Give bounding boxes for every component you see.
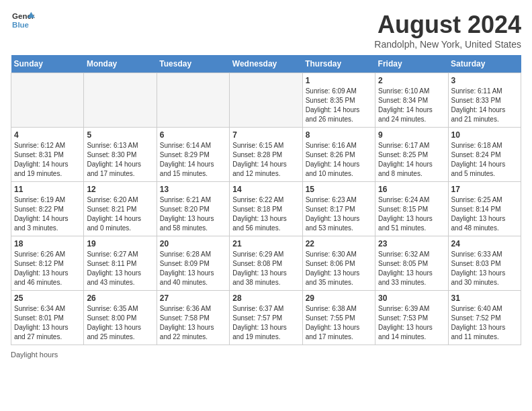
day-number: 29: [306, 293, 372, 303]
day-cell: 26Sunrise: 6:35 AMSunset: 8:00 PMDayligh…: [84, 291, 157, 345]
day-cell: 12Sunrise: 6:20 AMSunset: 8:21 PMDayligh…: [84, 182, 157, 236]
svg-text:Blue: Blue: [12, 21, 29, 29]
day-cell: 24Sunrise: 6:33 AMSunset: 8:03 PMDayligh…: [448, 236, 521, 291]
day-cell: 7Sunrise: 6:15 AMSunset: 8:28 PMDaylight…: [230, 128, 302, 182]
day-number: 24: [451, 239, 518, 248]
day-cell: 18Sunrise: 6:26 AMSunset: 8:12 PMDayligh…: [11, 236, 84, 291]
day-number: 13: [160, 185, 226, 194]
day-cell: 9Sunrise: 6:17 AMSunset: 8:25 PMDaylight…: [375, 128, 448, 182]
day-number: 15: [306, 185, 372, 194]
day-number: 6: [160, 130, 226, 140]
day-number: 11: [14, 185, 81, 194]
day-cell: [157, 73, 229, 128]
day-number: 2: [378, 76, 445, 85]
month-title: August 2024: [374, 11, 521, 39]
day-cell: 4Sunrise: 6:12 AMSunset: 8:31 PMDaylight…: [11, 128, 84, 182]
day-number: 5: [87, 130, 153, 140]
col-header-monday: Monday: [84, 55, 157, 73]
day-info: Sunrise: 6:29 AMSunset: 8:08 PMDaylight:…: [232, 250, 299, 287]
day-info: Sunrise: 6:23 AMSunset: 8:17 PMDaylight:…: [306, 195, 372, 233]
day-info: Sunrise: 6:09 AMSunset: 8:35 PMDaylight:…: [306, 87, 372, 124]
day-cell: 13Sunrise: 6:21 AMSunset: 8:20 PMDayligh…: [157, 182, 229, 236]
day-number: 23: [378, 239, 445, 248]
day-cell: 16Sunrise: 6:24 AMSunset: 8:15 PMDayligh…: [375, 182, 448, 236]
day-info: Sunrise: 6:15 AMSunset: 8:28 PMDaylight:…: [232, 141, 299, 179]
calendar-table: SundayMondayTuesdayWednesdayThursdayFrid…: [11, 55, 521, 345]
footer: Daylight hours: [11, 351, 521, 359]
day-cell: 8Sunrise: 6:16 AMSunset: 8:26 PMDaylight…: [302, 128, 375, 182]
week-row-2: 4Sunrise: 6:12 AMSunset: 8:31 PMDaylight…: [11, 128, 521, 182]
day-number: 17: [451, 185, 518, 194]
day-info: Sunrise: 6:24 AMSunset: 8:15 PMDaylight:…: [378, 195, 445, 233]
day-cell: [11, 73, 84, 128]
day-number: 1: [306, 76, 372, 85]
day-cell: 22Sunrise: 6:30 AMSunset: 8:06 PMDayligh…: [302, 236, 375, 291]
day-info: Sunrise: 6:18 AMSunset: 8:24 PMDaylight:…: [451, 141, 518, 179]
day-cell: 17Sunrise: 6:25 AMSunset: 8:14 PMDayligh…: [448, 182, 521, 236]
day-info: Sunrise: 6:33 AMSunset: 8:03 PMDaylight:…: [451, 250, 518, 287]
day-info: Sunrise: 6:26 AMSunset: 8:12 PMDaylight:…: [14, 250, 81, 287]
day-cell: 5Sunrise: 6:13 AMSunset: 8:30 PMDaylight…: [84, 128, 157, 182]
day-info: Sunrise: 6:14 AMSunset: 8:29 PMDaylight:…: [160, 141, 226, 179]
day-info: Sunrise: 6:21 AMSunset: 8:20 PMDaylight:…: [160, 195, 226, 233]
day-info: Sunrise: 6:30 AMSunset: 8:06 PMDaylight:…: [306, 250, 372, 287]
day-cell: 20Sunrise: 6:28 AMSunset: 8:09 PMDayligh…: [157, 236, 229, 291]
day-cell: 14Sunrise: 6:22 AMSunset: 8:18 PMDayligh…: [230, 182, 302, 236]
col-header-sunday: Sunday: [11, 55, 84, 73]
day-info: Sunrise: 6:12 AMSunset: 8:31 PMDaylight:…: [14, 141, 81, 179]
day-cell: 23Sunrise: 6:32 AMSunset: 8:05 PMDayligh…: [375, 236, 448, 291]
day-cell: 28Sunrise: 6:37 AMSunset: 7:57 PMDayligh…: [230, 291, 302, 345]
day-cell: 27Sunrise: 6:36 AMSunset: 7:58 PMDayligh…: [157, 291, 229, 345]
day-info: Sunrise: 6:38 AMSunset: 7:55 PMDaylight:…: [306, 304, 372, 342]
day-info: Sunrise: 6:36 AMSunset: 7:58 PMDaylight:…: [160, 304, 226, 342]
col-header-friday: Friday: [375, 55, 448, 73]
day-info: Sunrise: 6:25 AMSunset: 8:14 PMDaylight:…: [451, 195, 518, 233]
day-info: Sunrise: 6:27 AMSunset: 8:11 PMDaylight:…: [87, 250, 153, 287]
day-info: Sunrise: 6:35 AMSunset: 8:00 PMDaylight:…: [87, 304, 153, 342]
week-row-5: 25Sunrise: 6:34 AMSunset: 8:01 PMDayligh…: [11, 291, 521, 345]
logo: General Blue: [11, 11, 35, 31]
day-cell: 3Sunrise: 6:11 AMSunset: 8:33 PMDaylight…: [448, 73, 521, 128]
day-number: 12: [87, 185, 153, 194]
day-info: Sunrise: 6:37 AMSunset: 7:57 PMDaylight:…: [232, 304, 299, 342]
col-header-saturday: Saturday: [448, 55, 521, 73]
day-number: 10: [451, 130, 518, 140]
day-number: 4: [14, 130, 81, 140]
day-cell: 11Sunrise: 6:19 AMSunset: 8:22 PMDayligh…: [11, 182, 84, 236]
day-info: Sunrise: 6:11 AMSunset: 8:33 PMDaylight:…: [451, 87, 518, 124]
col-header-wednesday: Wednesday: [230, 55, 302, 73]
day-cell: 15Sunrise: 6:23 AMSunset: 8:17 PMDayligh…: [302, 182, 375, 236]
day-cell: 10Sunrise: 6:18 AMSunset: 8:24 PMDayligh…: [448, 128, 521, 182]
day-number: 3: [451, 76, 518, 85]
day-cell: 30Sunrise: 6:39 AMSunset: 7:53 PMDayligh…: [375, 291, 448, 345]
day-info: Sunrise: 6:28 AMSunset: 8:09 PMDaylight:…: [160, 250, 226, 287]
day-info: Sunrise: 6:39 AMSunset: 7:53 PMDaylight:…: [378, 304, 445, 342]
title-area: August 2024 Randolph, New York, United S…: [374, 11, 521, 50]
day-cell: 25Sunrise: 6:34 AMSunset: 8:01 PMDayligh…: [11, 291, 84, 345]
location: Randolph, New York, United States: [374, 39, 521, 50]
day-info: Sunrise: 6:13 AMSunset: 8:30 PMDaylight:…: [87, 141, 153, 179]
week-row-3: 11Sunrise: 6:19 AMSunset: 8:22 PMDayligh…: [11, 182, 521, 236]
day-number: 7: [232, 130, 299, 140]
day-cell: 19Sunrise: 6:27 AMSunset: 8:11 PMDayligh…: [84, 236, 157, 291]
day-number: 19: [87, 239, 153, 248]
day-number: 27: [160, 293, 226, 303]
calendar-header-row: SundayMondayTuesdayWednesdayThursdayFrid…: [11, 55, 521, 73]
day-info: Sunrise: 6:32 AMSunset: 8:05 PMDaylight:…: [378, 250, 445, 287]
week-row-1: 1Sunrise: 6:09 AMSunset: 8:35 PMDaylight…: [11, 73, 521, 128]
day-number: 14: [232, 185, 299, 194]
day-info: Sunrise: 6:40 AMSunset: 7:52 PMDaylight:…: [451, 304, 518, 342]
day-cell: 29Sunrise: 6:38 AMSunset: 7:55 PMDayligh…: [302, 291, 375, 345]
week-row-4: 18Sunrise: 6:26 AMSunset: 8:12 PMDayligh…: [11, 236, 521, 291]
day-cell: 6Sunrise: 6:14 AMSunset: 8:29 PMDaylight…: [157, 128, 229, 182]
day-info: Sunrise: 6:10 AMSunset: 8:34 PMDaylight:…: [378, 87, 445, 124]
day-number: 26: [87, 293, 153, 303]
day-number: 8: [306, 130, 372, 140]
day-cell: [84, 73, 157, 128]
day-number: 22: [306, 239, 372, 248]
col-header-thursday: Thursday: [302, 55, 375, 73]
day-info: Sunrise: 6:19 AMSunset: 8:22 PMDaylight:…: [14, 195, 81, 233]
col-header-tuesday: Tuesday: [157, 55, 229, 73]
logo-icon: General Blue: [11, 11, 35, 31]
day-cell: 1Sunrise: 6:09 AMSunset: 8:35 PMDaylight…: [302, 73, 375, 128]
